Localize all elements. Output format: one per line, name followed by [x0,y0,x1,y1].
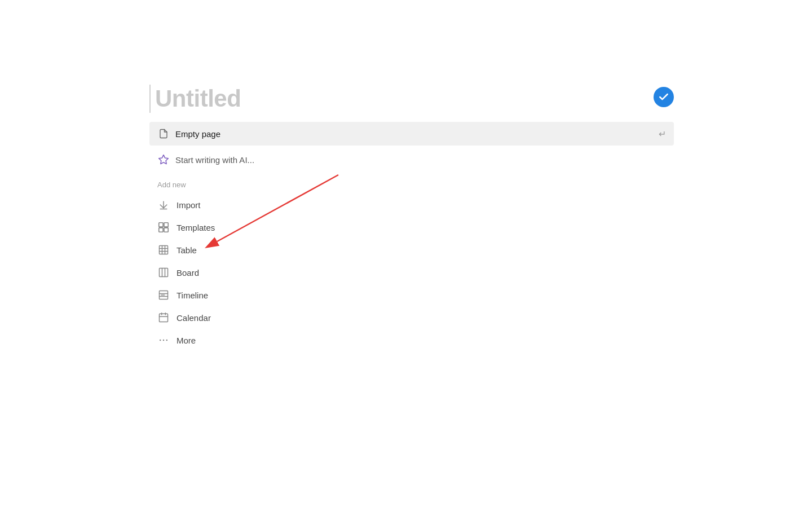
import-icon [157,199,170,211]
more-label: More [176,336,196,345]
timeline-label: Timeline [176,291,208,300]
svg-rect-6 [160,246,168,254]
timeline-icon [157,289,170,301]
add-new-section-label: Add new [149,181,674,189]
ai-writing-item[interactable]: Start writing with AI... [149,148,674,171]
table-label: Table [176,245,197,255]
svg-rect-18 [160,314,168,322]
table-icon [157,244,170,256]
svg-marker-0 [159,155,169,164]
board-icon [157,266,170,279]
board-item[interactable]: Board [149,261,674,284]
enter-icon: ↵ [659,129,666,139]
templates-label: Templates [176,223,215,232]
calendar-icon [157,311,170,324]
svg-point-22 [160,340,161,341]
table-item[interactable]: Table [149,239,674,261]
import-item[interactable]: Import [149,193,674,216]
confirm-button[interactable] [654,87,674,107]
svg-rect-11 [160,269,168,277]
svg-point-23 [163,340,165,341]
svg-rect-4 [159,228,163,232]
empty-page-label: Empty page [175,129,220,139]
svg-rect-5 [164,228,168,232]
calendar-item[interactable]: Calendar [149,306,674,329]
templates-item[interactable]: Templates [149,216,674,239]
ai-sparkle-icon [157,153,170,166]
empty-page-item[interactable]: Empty page ↵ [149,122,674,146]
timeline-item[interactable]: Timeline [149,284,674,306]
import-label: Import [176,200,201,210]
templates-icon [157,221,170,234]
more-item[interactable]: More [149,329,674,351]
empty-page-icon [157,127,170,140]
board-label: Board [176,268,199,278]
more-icon [157,334,170,346]
svg-point-24 [166,340,168,341]
calendar-label: Calendar [176,313,211,323]
svg-rect-2 [159,223,163,227]
svg-rect-3 [164,223,168,227]
page-title: Untitled [155,85,674,113]
ai-writing-label: Start writing with AI... [175,155,254,165]
